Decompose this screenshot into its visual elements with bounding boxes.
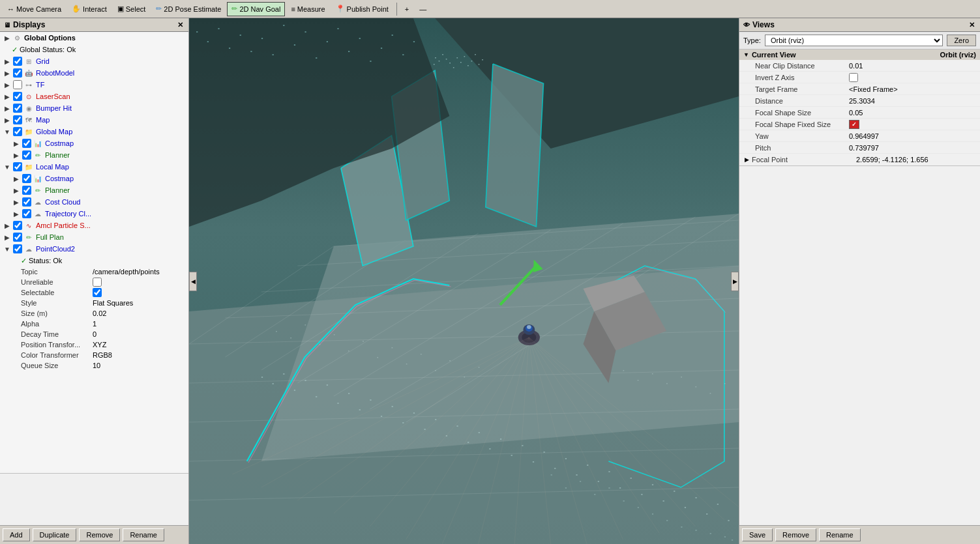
- expand-pointcloud2[interactable]: ▼: [3, 246, 12, 253]
- map-checkbox[interactable]: [13, 115, 22, 124]
- invert-z-label: Invert Z Axis: [745, 74, 849, 81]
- local-planner-icon: ✏: [33, 185, 43, 195]
- publish-point-button[interactable]: 📍 Publish Point: [331, 2, 393, 16]
- toolbar-plus-button[interactable]: +: [400, 2, 413, 16]
- local-map-checkbox[interactable]: [13, 162, 22, 171]
- svg-rect-31: [471, 61, 473, 62]
- tree-item-local-planner[interactable]: ▶ ✏ Planner: [0, 184, 188, 196]
- interact-button[interactable]: ✋ Interact: [67, 2, 111, 16]
- collapse-right-button[interactable]: ▶: [731, 272, 739, 291]
- local-planner-checkbox[interactable]: [22, 186, 31, 195]
- tree-item-global-map[interactable]: ▼ 📁 Global Map: [0, 126, 188, 137]
- bumper-checkbox[interactable]: [13, 104, 22, 113]
- focal-point-expand-icon[interactable]: ▶: [745, 156, 749, 163]
- unreliable-checkbox[interactable]: [93, 278, 102, 287]
- tree-item-cost-cloud[interactable]: ▶ ☁ Cost Cloud: [0, 196, 188, 208]
- global-planner-checkbox[interactable]: [22, 150, 31, 160]
- expand-bumper-hit[interactable]: ▶: [3, 105, 12, 112]
- tree-item-tf[interactable]: ▶ ⊶ TF: [0, 79, 188, 91]
- views-rename-button[interactable]: Rename: [819, 528, 861, 541]
- remove-button[interactable]: Remove: [79, 528, 120, 541]
- views-close-button[interactable]: ✕: [968, 21, 976, 29]
- cost-cloud-checkbox[interactable]: [22, 197, 31, 207]
- expand-full-plan[interactable]: ▶: [3, 234, 12, 241]
- expand-tf[interactable]: ▶: [3, 81, 12, 89]
- tree-item-map[interactable]: ▶ 🗺 Map: [0, 114, 188, 126]
- tree-item-local-map[interactable]: ▼ 📁 Local Map: [0, 161, 188, 173]
- tree-item-local-costmap[interactable]: ▶ 📊 Costmap: [0, 173, 188, 184]
- current-view-expand-icon: ▼: [743, 51, 749, 58]
- tree-item-full-plan[interactable]: ▶ ✏ Full Plan: [0, 231, 188, 243]
- expand-local-planner[interactable]: ▶: [12, 187, 21, 194]
- global-costmap-checkbox[interactable]: [22, 139, 31, 148]
- tree-item-laserscan[interactable]: ▶ ⊙ LaserScan: [0, 91, 188, 102]
- svg-rect-27: [456, 57, 458, 59]
- selectable-checkbox[interactable]: [93, 288, 102, 297]
- tree-item-global-costmap[interactable]: ▶ 📊 Costmap: [0, 137, 188, 149]
- svg-rect-144: [652, 513, 653, 515]
- tree-item-pointcloud2[interactable]: ▼ ☁ PointCloud2: [0, 243, 188, 255]
- amcl-checkbox[interactable]: [13, 221, 22, 230]
- displays-close-button[interactable]: ✕: [176, 21, 185, 29]
- prop-value-decay: 0: [93, 330, 97, 338]
- pose-estimate-button[interactable]: ✏ 2D Pose Estimate: [151, 2, 226, 16]
- grid-checkbox[interactable]: [13, 57, 22, 66]
- global-map-checkbox[interactable]: [13, 127, 22, 136]
- expand-local-map[interactable]: ▼: [3, 164, 12, 171]
- tree-item-global-planner[interactable]: ▶ ✏ Planner: [0, 149, 188, 161]
- views-save-button[interactable]: Save: [742, 528, 773, 541]
- laserscan-checkbox[interactable]: [13, 92, 22, 101]
- expand-grid[interactable]: ▶: [3, 58, 12, 65]
- local-costmap-checkbox[interactable]: [22, 174, 31, 183]
- tf-checkbox[interactable]: [13, 80, 22, 89]
- views-remove-button[interactable]: Remove: [775, 528, 816, 541]
- tree-item-global-options[interactable]: ▶ ⚙ Global Options: [0, 32, 188, 44]
- tree-item-robotmodel[interactable]: ▶ 🤖 RobotModel: [0, 67, 188, 79]
- toolbar-dash-button[interactable]: —: [415, 2, 431, 16]
- tree-item-trajectory[interactable]: ▶ ☁ Trajectory Cl...: [0, 208, 188, 220]
- expand-local-costmap[interactable]: ▶: [12, 175, 21, 182]
- move-camera-button[interactable]: ↔ Move Camera: [3, 2, 66, 16]
- bumper-icon: ◉: [23, 103, 34, 113]
- 3d-viewport[interactable]: ◀ ▶: [189, 18, 739, 544]
- pointcloud2-checkbox[interactable]: [13, 244, 22, 253]
- svg-rect-66: [456, 425, 458, 427]
- full-plan-checkbox[interactable]: [13, 233, 22, 242]
- measure-icon: ≡: [291, 5, 295, 13]
- measure-button[interactable]: ≡ Measure: [286, 2, 329, 16]
- expand-laserscan[interactable]: ▶: [3, 93, 12, 100]
- tree-item-pc-status[interactable]: ✓ Status: Ok: [0, 255, 188, 266]
- prop-value-position-transformer: XYZ: [93, 341, 106, 349]
- trajectory-checkbox[interactable]: [22, 209, 31, 218]
- tree-item-global-status[interactable]: ✓ Global Status: Ok: [0, 44, 188, 55]
- focal-shape-fixed-checkbox[interactable]: ✓: [849, 120, 859, 129]
- nav-goal-button[interactable]: ✏ 2D Nav Goal: [227, 2, 285, 16]
- expand-global-map[interactable]: ▼: [3, 128, 12, 136]
- zero-button[interactable]: Zero: [947, 35, 976, 46]
- expand-global-costmap[interactable]: ▶: [12, 140, 21, 147]
- tree-item-bumper-hit[interactable]: ▶ ◉ Bumper Hit: [0, 102, 188, 114]
- expand-map[interactable]: ▶: [3, 117, 12, 124]
- expand-cost-cloud[interactable]: ▶: [12, 199, 21, 206]
- select-button[interactable]: ▣ Select: [113, 2, 151, 16]
- svg-rect-53: [316, 396, 317, 397]
- tree-item-amcl[interactable]: ▶ ∿ Amcl Particle S...: [0, 220, 188, 231]
- prop-row-selectable: Selectable: [0, 287, 188, 298]
- duplicate-button[interactable]: Duplicate: [33, 528, 77, 541]
- rename-button[interactable]: Rename: [123, 528, 164, 541]
- add-button[interactable]: Add: [3, 528, 30, 541]
- tree-item-grid[interactable]: ▶ ⊞ Grid: [0, 55, 188, 67]
- svg-rect-112: [695, 386, 696, 388]
- robotmodel-checkbox[interactable]: [13, 68, 22, 78]
- invert-z-checkbox[interactable]: [849, 73, 858, 82]
- expand-global-planner[interactable]: ▶: [12, 152, 21, 159]
- expand-robotmodel[interactable]: ▶: [3, 70, 12, 77]
- expand-trajectory[interactable]: ▶: [12, 210, 21, 218]
- current-view-header[interactable]: ▼ Current View Orbit (rviz): [739, 50, 980, 60]
- view-type-select[interactable]: Orbit (rviz): [765, 35, 943, 46]
- amcl-label: Amcl Particle S...: [36, 222, 91, 229]
- collapse-left-button[interactable]: ◀: [189, 272, 197, 291]
- expand-global-options[interactable]: ▶: [3, 35, 12, 42]
- svg-rect-101: [406, 364, 408, 365]
- expand-amcl[interactable]: ▶: [3, 222, 12, 229]
